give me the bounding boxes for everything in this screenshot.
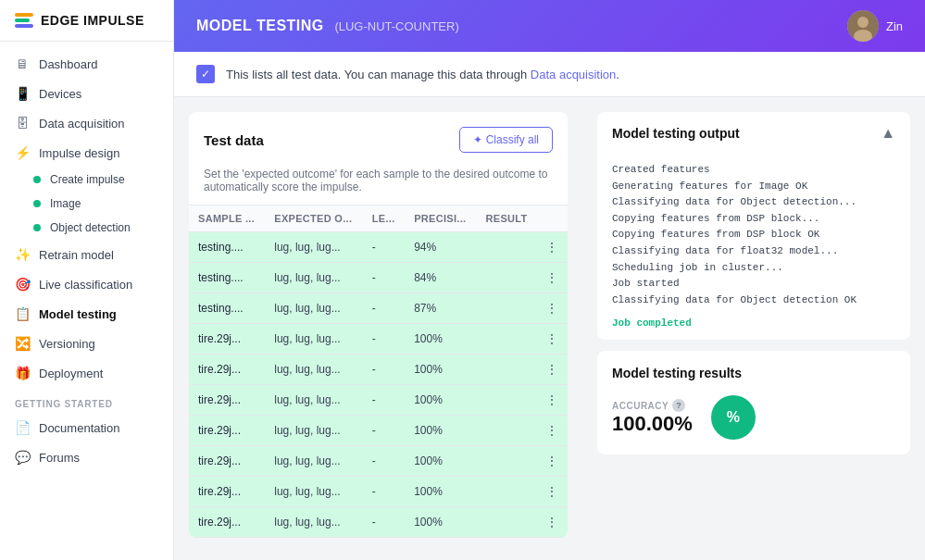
- cell-expected: lug, lug, lug...: [265, 232, 363, 263]
- table-row: tire.29j... lug, lug, lug... - 100% ⋮: [189, 446, 568, 477]
- col-expected: EXPECTED O...: [265, 205, 363, 232]
- sidebar-label-data: Data acquisition: [39, 117, 125, 131]
- sidebar-item-versioning[interactable]: 🔀 Versioning: [0, 329, 173, 358]
- col-actions: [537, 205, 568, 232]
- sidebar-item-forums[interactable]: 💬 Forums: [0, 442, 173, 472]
- cell-sample: tire.29j...: [189, 385, 265, 416]
- sidebar-item-dashboard[interactable]: 🖥 Dashboard: [0, 49, 173, 79]
- page-header: MODEL TESTING (LUG-NUT-COUNTER) Zin: [174, 0, 925, 52]
- data-acquisition-link[interactable]: Data acquisition: [531, 68, 617, 81]
- collapse-button[interactable]: ▲: [881, 125, 895, 142]
- sidebar-item-create-impulse[interactable]: Create impulse: [0, 168, 173, 192]
- test-data-table: SAMPLE ... EXPECTED O... LE... PRECISI..…: [189, 205, 568, 538]
- project-name: (LUG-NUT-COUNTER): [334, 19, 458, 33]
- devices-icon: 📱: [15, 86, 30, 101]
- job-completed-text: Job completed: [612, 316, 895, 332]
- table-row: tire.29j... lug, lug, lug... - 100% ⋮: [189, 477, 568, 507]
- cell-expected: lug, lug, lug...: [265, 446, 363, 477]
- table-row: testing.... lug, lug, lug... - 94% ⋮: [189, 232, 568, 263]
- info-icon: ?: [672, 399, 685, 412]
- accuracy-badge: %: [711, 395, 756, 440]
- sidebar-label-dashboard: Dashboard: [39, 57, 98, 71]
- cell-menu[interactable]: ⋮: [537, 385, 568, 416]
- cell-length: -: [363, 324, 405, 355]
- log-line: Created features: [612, 162, 895, 179]
- cell-menu[interactable]: ⋮: [537, 507, 568, 538]
- cell-menu[interactable]: ⋮: [537, 263, 568, 293]
- checkbox-icon: ✓: [196, 65, 215, 83]
- right-panel: Model testing output ▲ Created featuresG…: [582, 97, 925, 560]
- cell-length: -: [363, 446, 405, 477]
- cell-menu[interactable]: ⋮: [537, 324, 568, 355]
- cell-precision: 100%: [405, 507, 476, 538]
- cell-menu[interactable]: ⋮: [537, 355, 568, 385]
- impulse-icon: ⚡: [15, 145, 30, 160]
- cell-length: -: [363, 263, 405, 293]
- cell-sample: testing....: [189, 263, 265, 293]
- col-precision: PRECISI...: [405, 205, 476, 232]
- cell-length: -: [363, 232, 405, 263]
- deployment-icon: 🎁: [15, 366, 30, 380]
- cell-result: [477, 416, 538, 446]
- retrain-icon: ✨: [15, 247, 30, 262]
- cell-expected: lug, lug, lug...: [265, 293, 363, 324]
- cell-menu[interactable]: ⋮: [537, 293, 568, 324]
- cell-precision: 84%: [405, 263, 476, 293]
- app-name: EDGE IMPULSE: [41, 13, 144, 28]
- cell-menu[interactable]: ⋮: [537, 446, 568, 477]
- cell-precision: 94%: [405, 232, 476, 263]
- logo: EDGE IMPULSE: [0, 0, 173, 42]
- cell-expected: lug, lug, lug...: [265, 416, 363, 446]
- table-row: tire.29j... lug, lug, lug... - 100% ⋮: [189, 507, 568, 538]
- user-name: Zin: [886, 19, 903, 33]
- cell-result: [477, 263, 538, 293]
- col-sample: SAMPLE ...: [189, 205, 265, 232]
- card-header: Test data ✦ Classify all: [189, 112, 568, 168]
- sidebar-item-live-classification[interactable]: 🎯 Live classification: [0, 269, 173, 299]
- log-line: Classifying data for Object detection OK: [612, 292, 895, 309]
- sidebar-item-object-detection[interactable]: Object detection: [0, 216, 173, 240]
- table-row: testing.... lug, lug, lug... - 84% ⋮: [189, 263, 568, 293]
- live-icon: 🎯: [15, 277, 30, 292]
- sidebar-item-impulse-design[interactable]: ⚡ Impulse design: [0, 138, 173, 168]
- cell-menu[interactable]: ⋮: [537, 416, 568, 446]
- dot-icon-3: [33, 224, 41, 231]
- sidebar-item-devices[interactable]: 📱 Devices: [0, 79, 173, 108]
- sidebar-label-create-impulse: Create impulse: [50, 173, 125, 186]
- sidebar-label-forums: Forums: [39, 451, 80, 465]
- sidebar-label-retrain: Retrain model: [39, 248, 114, 262]
- table-row: tire.29j... lug, lug, lug... - 100% ⋮: [189, 416, 568, 446]
- left-panel: Test data ✦ Classify all Set the 'expect…: [174, 97, 582, 560]
- info-banner: ✓ This lists all test data. You can mana…: [174, 52, 925, 97]
- cell-sample: tire.29j...: [189, 355, 265, 385]
- cell-result: [477, 446, 538, 477]
- data-icon: 🗄: [15, 116, 30, 131]
- classify-all-button[interactable]: ✦ Classify all: [459, 127, 553, 153]
- cell-length: -: [363, 507, 405, 538]
- avatar: [847, 10, 879, 42]
- docs-icon: 📄: [15, 420, 30, 435]
- sidebar-label-testing: Model testing: [39, 307, 117, 321]
- sidebar-item-documentation[interactable]: 📄 Documentation: [0, 413, 173, 442]
- user-menu[interactable]: Zin: [847, 10, 903, 42]
- cell-length: -: [363, 416, 405, 446]
- cell-result: [477, 355, 538, 385]
- sidebar-item-deployment[interactable]: 🎁 Deployment: [0, 358, 173, 388]
- sidebar-item-data-acquisition[interactable]: 🗄 Data acquisition: [0, 108, 173, 138]
- output-log: Created featuresGenerating features for …: [597, 155, 910, 340]
- cell-result: [477, 324, 538, 355]
- banner-text-main: This lists all test data. You can manage…: [226, 68, 531, 81]
- cell-sample: tire.29j...: [189, 477, 265, 507]
- sidebar-label-deployment: Deployment: [39, 367, 103, 380]
- svg-point-1: [857, 17, 869, 28]
- sidebar: EDGE IMPULSE 🖥 Dashboard 📱 Devices 🗄 Dat…: [0, 0, 174, 560]
- cell-menu[interactable]: ⋮: [537, 232, 568, 263]
- sidebar-label-impulse: Impulse design: [39, 146, 119, 160]
- sidebar-item-image[interactable]: Image: [0, 192, 173, 216]
- log-line: Generating features for Image OK: [612, 179, 895, 195]
- dot-icon-2: [33, 200, 41, 207]
- cell-menu[interactable]: ⋮: [537, 477, 568, 507]
- sidebar-label-image: Image: [50, 197, 81, 210]
- sidebar-item-model-testing[interactable]: 📋 Model testing: [0, 299, 173, 329]
- sidebar-item-retrain[interactable]: ✨ Retrain model: [0, 240, 173, 269]
